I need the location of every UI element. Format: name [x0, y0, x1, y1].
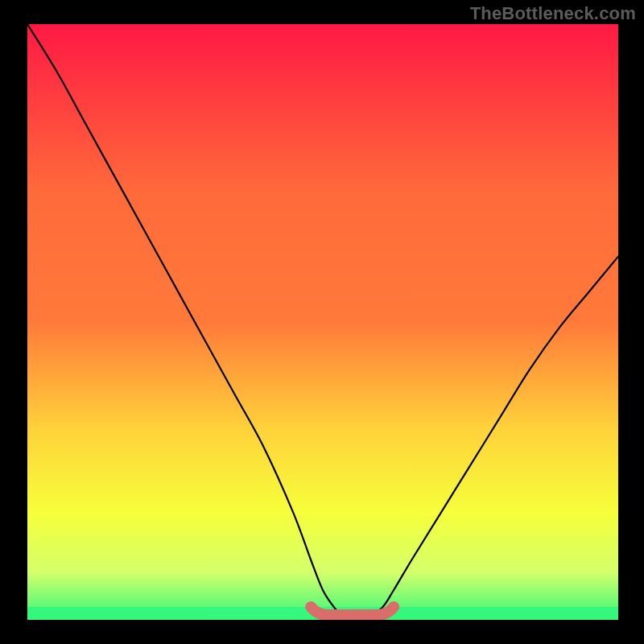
chart-background-gradient: [27, 24, 618, 620]
chart-svg: [27, 24, 618, 620]
chart-frame: TheBottleneck.com: [0, 0, 644, 644]
watermark-label: TheBottleneck.com: [470, 3, 636, 24]
chart-plot-area: [27, 24, 618, 620]
